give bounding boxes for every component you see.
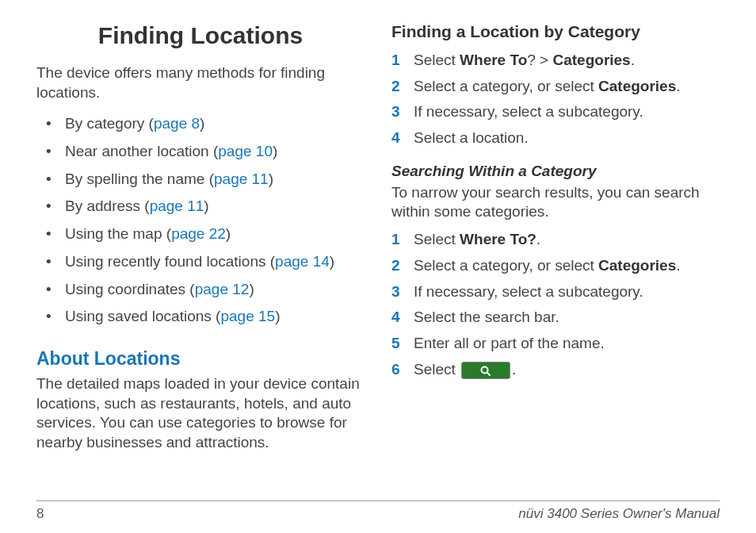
about-locations-body: The detailed maps loaded in your device … [36, 374, 365, 453]
step-item: Select the search bar. [391, 305, 720, 331]
step-item: If necessary, select a subcategory. [391, 279, 720, 305]
page-link[interactable]: page 12 [195, 281, 250, 297]
search-button-graphic [461, 362, 510, 379]
page-link[interactable]: page 14 [275, 253, 330, 270]
finding-by-category-heading: Finding a Location by Category [391, 22, 720, 41]
step-item: Select . [391, 357, 720, 383]
about-locations-heading: About Locations [36, 348, 365, 370]
manual-title: nüvi 3400 Series Owner's Manual [518, 506, 720, 522]
left-column: Finding Locations The device offers many… [36, 22, 365, 478]
list-item: Using the map (page 22) [43, 220, 365, 248]
right-column: Finding a Location by Category Select Wh… [391, 22, 720, 478]
methods-list: By category (page 8) Near another locati… [36, 110, 365, 331]
list-item: By category (page 8) [43, 110, 365, 138]
list-item: By address (page 11) [43, 193, 365, 220]
page-link[interactable]: page 11 [150, 197, 204, 214]
page-link[interactable]: page 15 [220, 308, 275, 324]
step-item: Select Where To?. [391, 227, 720, 253]
searching-within-category-intro: To narrow your search results, you can s… [391, 183, 720, 222]
page-link[interactable]: page 11 [214, 171, 269, 187]
manual-page: Finding Locations The device offers many… [0, 0, 756, 533]
list-item: By spelling the name (page 11) [43, 166, 365, 194]
page-link[interactable]: page 8 [154, 115, 200, 132]
page-footer: 8 nüvi 3400 Series Owner's Manual [36, 500, 720, 522]
list-item: Using saved locations (page 15) [43, 303, 365, 331]
step-item: Select Where To? > Categories. [391, 48, 720, 74]
page-link[interactable]: page 10 [218, 143, 273, 159]
list-item: Using coordinates (page 12) [43, 276, 365, 304]
searching-within-category-heading: Searching Within a Category [391, 163, 720, 180]
chapter-title: Finding Locations [36, 22, 365, 49]
list-item: Near another location (page 10) [43, 138, 365, 166]
step-item: Enter all or part of the name. [391, 331, 720, 357]
magnifier-icon [479, 365, 492, 378]
step-item: Select a category, or select Categories. [391, 74, 720, 100]
step-item: If necessary, select a subcategory. [391, 99, 720, 125]
page-number: 8 [36, 506, 44, 522]
list-item: Using recently found locations (page 14) [43, 248, 365, 276]
step-item: Select a location. [391, 125, 720, 151]
svg-line-1 [487, 372, 491, 375]
step-item: Select a category, or select Categories. [391, 253, 720, 279]
by-category-steps: Select Where To? > Categories. Select a … [391, 48, 720, 151]
intro-paragraph: The device offers many methods for findi… [36, 63, 365, 102]
page-link[interactable]: page 22 [171, 225, 226, 242]
search-within-steps: Select Where To?. Select a category, or … [391, 227, 720, 382]
two-column-layout: Finding Locations The device offers many… [36, 22, 720, 478]
